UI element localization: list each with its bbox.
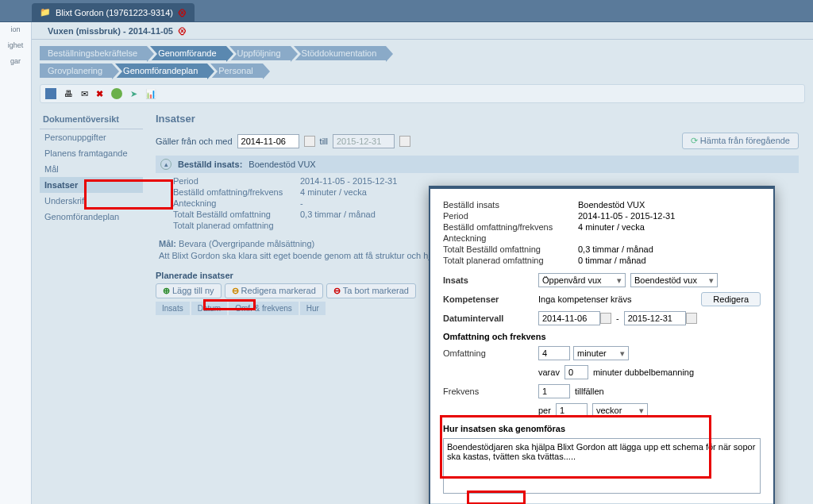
substep-personal[interactable]: Personal (210, 63, 262, 78)
frek-label: Frekvens (443, 387, 538, 396)
tpo-label: Totalt planerad omfattning (173, 221, 300, 230)
edit-kompetenser-button[interactable]: Redigera (701, 292, 761, 306)
calendar-icon (399, 136, 410, 147)
per-unit-select[interactable]: veckor (592, 403, 648, 417)
frek-input[interactable] (538, 384, 570, 398)
step-stoddok[interactable]: Stöddokumentation (294, 46, 387, 60)
substep-grov[interactable]: Grovplanering (40, 63, 112, 78)
edit-button[interactable]: ⊖Redigera markerad (225, 283, 323, 298)
col-omf[interactable]: Omf. & frekvens (229, 302, 299, 315)
sidebar-item-planens[interactable]: Planens framtagande (40, 145, 143, 161)
mail-icon[interactable]: ✉ (81, 89, 88, 99)
print-icon[interactable]: 🖶 (64, 89, 73, 98)
period-label: Period (173, 176, 300, 186)
rail-item[interactable]: ion (10, 25, 20, 33)
ordered-value: Boendestöd VUX (249, 160, 315, 169)
till-label: till (320, 137, 328, 146)
m-tbo-v: 0,3 timmar / månad (578, 244, 653, 254)
hur-textarea[interactable] (443, 438, 761, 494)
doc-sidebar: Dokumentöversikt Personuppgifter Planens… (40, 110, 143, 318)
insats-dialog: Beställd insatsBoendestöd VUX Period2014… (429, 186, 775, 504)
page-title: Insatser (156, 113, 799, 125)
dt-label: Datumintervall (443, 314, 538, 323)
save-icon[interactable] (45, 88, 56, 99)
edit-icon: ⊖ (232, 286, 239, 296)
sidebar-item-mal[interactable]: Mål (40, 161, 143, 177)
calendar-icon[interactable] (600, 313, 611, 324)
dt-from-input[interactable] (538, 311, 600, 325)
insats-select-1[interactable]: Öppenvård vux (538, 273, 626, 287)
dt-to-input[interactable] (624, 311, 686, 325)
sidebar-item-underskrift[interactable]: Underskrift (40, 193, 143, 209)
sidebar-item-insatser[interactable]: Insatser (40, 177, 143, 193)
calendar-icon[interactable] (304, 136, 315, 147)
col-hur[interactable]: Hur (300, 302, 326, 315)
m-bof-k: Beställd omfattning/frekvens (443, 222, 578, 232)
sidebar-item-genomforandeplan[interactable]: Genomförandeplan (40, 209, 143, 225)
varav-text: minuter dubbelbemanning (593, 367, 694, 377)
insats-select-2[interactable]: Boendestöd vux (630, 273, 718, 287)
sidebar-item-personuppgifter[interactable]: Personuppgifter (40, 129, 143, 145)
subnav: Grovplanering Genomförandeplan Personal (40, 63, 805, 78)
komp-value: Inga kompetenser krävs (538, 294, 693, 304)
substep-plan[interactable]: Genomförandeplan (115, 63, 207, 78)
from-date-input[interactable] (237, 134, 299, 148)
m-p-v: 2014-11-05 - 2015-12-31 (578, 211, 675, 221)
step-uppfoljning[interactable]: Uppföljning (229, 46, 291, 60)
step-bestallning[interactable]: Beställningsbekräftelse (40, 46, 147, 60)
m-bof-v: 4 minuter / vecka (578, 222, 645, 232)
m-bi-v: Boendestöd VUX (578, 200, 645, 210)
goal-label: Mål: (159, 239, 176, 248)
chart-icon[interactable]: 📊 (145, 89, 156, 99)
workflow-nav: Beställningsbekräftelse Genomförande Upp… (40, 46, 805, 60)
rail-item[interactable]: ighet (8, 41, 24, 49)
varav-input[interactable] (564, 365, 588, 379)
calendar-icon[interactable] (686, 313, 697, 324)
per-label: per (538, 406, 551, 415)
left-rail: ion ighet gar (0, 22, 32, 504)
varav-label: varav (538, 367, 560, 377)
from-label: Gäller från och med (156, 137, 233, 146)
bof-value: 4 minuter / vecka (300, 187, 367, 197)
fetch-previous-button[interactable]: Hämta från föregående (682, 133, 799, 149)
m-p-k: Period (443, 211, 578, 221)
toolbar: 🖶 ✉ ✖ ➤ 📊 (40, 84, 805, 103)
hur-heading: Hur insatsen ska genomföras (443, 424, 761, 433)
m-bi-k: Beställd insats (443, 200, 578, 210)
collapse-toggle-icon[interactable]: ▴ (160, 159, 171, 170)
close-icon[interactable]: ⮾ (178, 26, 187, 36)
omf-label: Omfattning (443, 348, 538, 358)
omf-unit-select[interactable]: minuter (573, 346, 629, 360)
refresh-icon[interactable] (111, 88, 122, 99)
komp-label: Kompetenser (443, 294, 538, 304)
m-a-k: Anteckning (443, 233, 578, 243)
col-datum[interactable]: Datum (191, 302, 227, 315)
ordered-label: Beställd insats: (178, 160, 242, 169)
delete-icon[interactable]: ✖ (96, 89, 103, 99)
m-tbo-k: Totalt Beställd omfattning (443, 244, 578, 254)
omf-heading: Omfattning och frekvens (443, 332, 761, 341)
minus-icon: ⊖ (333, 286, 341, 296)
arrow-icon[interactable]: ➤ (130, 89, 137, 99)
frek-text: tillfällen (570, 387, 604, 396)
tbo-value: 0,3 timmar / månad (300, 210, 376, 219)
breadcrumb[interactable]: Vuxen (missbruk) - 2014-11-05 (48, 26, 173, 36)
note-value: - (300, 198, 303, 208)
add-button[interactable]: ⊕Lägg till ny (156, 283, 222, 298)
m-tpo-v: 0 timmar / månad (578, 256, 646, 265)
close-icon[interactable]: ⮾ (178, 8, 187, 17)
delete-button[interactable]: ⊖Ta bort markerad (326, 283, 416, 298)
insats-label: Insats (443, 275, 538, 285)
per-input[interactable] (556, 403, 588, 417)
col-insats[interactable]: Insats (156, 302, 190, 315)
rail-item[interactable]: gar (10, 57, 21, 65)
sidebar-title: Dokumentöversikt (40, 110, 143, 129)
plus-icon: ⊕ (163, 286, 170, 296)
step-genomforande[interactable]: Genomförande (150, 46, 225, 60)
period-value: 2014-11-05 - 2015-12-31 (300, 176, 397, 186)
folder-icon: 📁 (40, 7, 51, 17)
omf-number-input[interactable] (538, 346, 570, 360)
m-tpo-k: Totalt planerad omfattning (443, 256, 578, 265)
patient-tab[interactable]: 📁 Blixt Gordon (19761223-9314) ⮾ (32, 3, 195, 21)
note-label: Anteckning (173, 198, 300, 208)
